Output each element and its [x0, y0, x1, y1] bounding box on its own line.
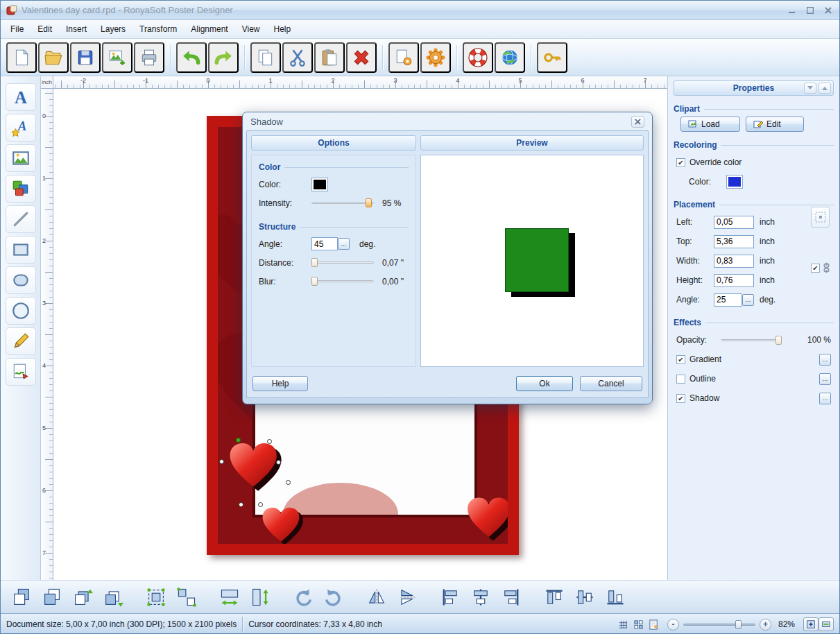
cut-button[interactable]	[282, 42, 313, 73]
rounded-rectangle-tool-button[interactable]	[6, 266, 36, 294]
override-color-checkbox[interactable]: ✔	[676, 158, 685, 167]
selection-handle-rotation[interactable]	[236, 438, 241, 443]
maximize-button[interactable]	[805, 6, 816, 15]
snap-grid-button[interactable]	[631, 617, 646, 631]
zoom-out-button[interactable]: -	[667, 619, 679, 631]
copy-button[interactable]	[250, 42, 281, 73]
page-settings-button[interactable]	[388, 42, 419, 73]
word-art-tool-button[interactable]: A	[6, 114, 36, 142]
opacity-slider[interactable]	[721, 335, 782, 345]
bring-forward-button[interactable]	[69, 584, 96, 610]
align-bottom-button[interactable]	[601, 584, 629, 610]
paste-button[interactable]	[314, 42, 345, 73]
new-document-button[interactable]	[6, 42, 37, 73]
open-button[interactable]	[38, 42, 69, 73]
image-tool-button[interactable]	[6, 144, 36, 172]
clipart-tool-button[interactable]	[6, 175, 36, 203]
group-button[interactable]	[142, 584, 170, 610]
selection-handle[interactable]	[286, 480, 291, 485]
rotate-left-button[interactable]	[289, 584, 317, 610]
shadow-settings-button[interactable]: ...	[819, 393, 831, 404]
shadow-color-swatch[interactable]	[311, 178, 328, 191]
close-button[interactable]	[823, 6, 834, 15]
print-button[interactable]	[134, 42, 164, 73]
bring-to-front-button[interactable]	[8, 584, 35, 610]
fit-page-button[interactable]	[803, 617, 818, 631]
rotate-right-button[interactable]	[320, 584, 348, 610]
gradient-settings-button[interactable]: ...	[819, 354, 831, 366]
ellipse-tool-button[interactable]	[6, 297, 36, 325]
outline-settings-button[interactable]: ...	[819, 373, 831, 385]
shadow-angle-input[interactable]	[311, 237, 338, 250]
rectangle-tool-button[interactable]	[6, 236, 36, 264]
align-center-button[interactable]	[467, 584, 495, 610]
menu-item-help[interactable]: Help	[266, 20, 298, 38]
selection-handle[interactable]	[239, 502, 243, 507]
save-button[interactable]	[70, 42, 101, 73]
left-input[interactable]	[714, 216, 754, 229]
edit-clipart-button[interactable]: Edit	[746, 117, 804, 132]
license-key-button[interactable]	[537, 42, 567, 73]
shadow-angle-picker-button[interactable]: ...	[338, 238, 350, 250]
zoom-slider[interactable]	[683, 619, 755, 630]
send-to-back-button[interactable]	[38, 584, 66, 610]
line-tool-button[interactable]	[6, 205, 36, 233]
rotation-angle-input[interactable]	[714, 293, 742, 307]
support-button[interactable]	[463, 42, 493, 73]
cancel-button[interactable]: Cancel	[580, 376, 642, 391]
pencil-tool-button[interactable]	[6, 327, 36, 355]
undo-button[interactable]	[176, 42, 207, 73]
redo-button[interactable]	[208, 42, 239, 73]
text-tool-button[interactable]: A	[6, 83, 36, 111]
height-input[interactable]	[714, 274, 754, 287]
heart-clipart[interactable]	[465, 495, 517, 545]
menu-item-edit[interactable]: Edit	[31, 20, 59, 38]
align-middle-button[interactable]	[571, 584, 599, 610]
grid-view-button[interactable]	[616, 617, 631, 631]
align-left-button[interactable]	[436, 584, 464, 610]
symbol-tool-button[interactable]	[6, 358, 36, 386]
export-image-button[interactable]	[102, 42, 132, 73]
zoom-in-button[interactable]: +	[760, 619, 771, 631]
menu-item-layers[interactable]: Layers	[94, 20, 132, 38]
blur-slider[interactable]	[311, 276, 374, 286]
load-clipart-button[interactable]: Load	[680, 117, 740, 132]
selection-handle[interactable]	[267, 439, 272, 444]
menu-item-transform[interactable]: Transform	[132, 20, 184, 38]
width-input[interactable]	[714, 255, 754, 268]
gradient-checkbox[interactable]: ✔	[676, 355, 685, 364]
dialog-close-button[interactable]	[631, 116, 644, 128]
menu-item-view[interactable]: View	[235, 20, 267, 38]
heart-clipart-selected[interactable]	[227, 440, 285, 496]
panel-expand-button[interactable]	[818, 83, 831, 94]
same-width-button[interactable]	[216, 584, 243, 610]
flip-horizontal-button[interactable]	[363, 584, 391, 610]
send-backward-button[interactable]	[99, 584, 127, 610]
align-top-button[interactable]	[540, 584, 568, 610]
anchor-point-button[interactable]	[811, 207, 830, 228]
ok-button[interactable]: Ok	[516, 376, 573, 391]
dialog-title-bar[interactable]: Shadow	[246, 112, 649, 130]
heart-clipart[interactable]	[260, 506, 306, 549]
menu-item-alignment[interactable]: Alignment	[184, 20, 234, 38]
fit-width-button[interactable]	[818, 617, 834, 631]
keep-proportions-checkbox[interactable]: ✔	[811, 264, 820, 273]
help-button[interactable]: Help	[252, 376, 308, 391]
flip-vertical-button[interactable]	[393, 584, 421, 610]
same-height-button[interactable]	[246, 584, 274, 610]
top-input[interactable]	[714, 235, 754, 248]
outline-checkbox[interactable]	[676, 375, 685, 384]
intensity-slider[interactable]	[311, 198, 374, 208]
selection-handle[interactable]	[219, 459, 224, 464]
shadow-checkbox[interactable]: ✔	[676, 394, 685, 403]
selection-handle[interactable]	[276, 460, 281, 465]
options-button[interactable]	[420, 42, 451, 73]
delete-button[interactable]	[346, 42, 377, 73]
recolor-color-swatch[interactable]	[726, 175, 743, 189]
minimize-button[interactable]	[787, 6, 798, 15]
distance-slider[interactable]	[311, 257, 374, 268]
align-right-button[interactable]	[497, 584, 525, 610]
website-button[interactable]	[495, 42, 525, 73]
rotation-angle-picker-button[interactable]: ...	[742, 294, 754, 306]
ungroup-button[interactable]	[173, 584, 200, 610]
